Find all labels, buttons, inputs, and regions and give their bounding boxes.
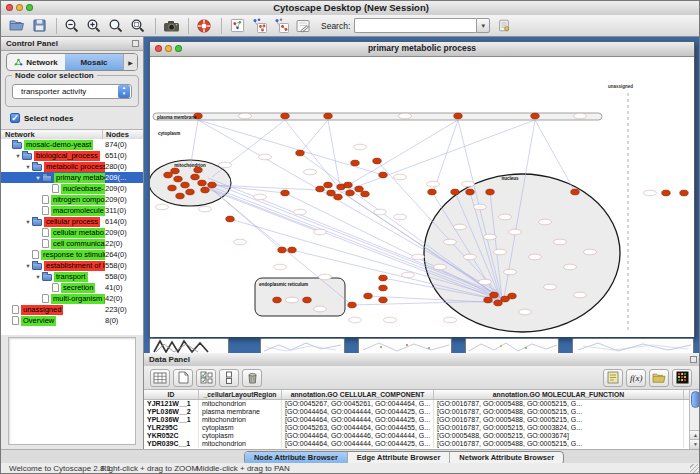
graph-node[interactable] <box>379 275 388 281</box>
graph-label-node[interactable] <box>394 214 407 220</box>
column-header[interactable]: ID <box>144 390 199 399</box>
create-attribute-button[interactable] <box>173 369 193 387</box>
graph-label-node[interactable] <box>319 274 332 280</box>
graph-node[interactable] <box>296 150 305 156</box>
tree-item[interactable]: ▼transport558(0) <box>1 271 143 282</box>
graph-label-node[interactable] <box>554 239 567 245</box>
graph-node[interactable] <box>364 293 373 299</box>
graph-node[interactable] <box>186 189 195 195</box>
graph-label-node[interactable] <box>484 234 497 240</box>
graph-node[interactable] <box>428 189 437 195</box>
export-image-button[interactable] <box>161 17 181 35</box>
background-window-strip[interactable] <box>149 338 229 353</box>
tree-item[interactable]: nucleobase-209(0) <box>1 183 143 194</box>
tree-item[interactable]: ▼biological_process651(0) <box>1 150 143 161</box>
network-overview-button[interactable] <box>227 17 247 35</box>
unselect-all-attributes-button[interactable] <box>219 369 239 387</box>
zoom-selected-button[interactable] <box>128 17 148 35</box>
graph-label-node[interactable] <box>564 264 577 270</box>
graph-node[interactable] <box>164 172 173 178</box>
graph-label-node[interactable] <box>314 229 327 235</box>
graph-label-node[interactable] <box>402 272 415 278</box>
graph-label-node[interactable] <box>412 254 425 260</box>
graph-node[interactable] <box>379 172 388 178</box>
tree-item[interactable]: secretion41(0) <box>1 282 143 293</box>
graph-node[interactable] <box>226 216 235 222</box>
graph-label-node[interactable] <box>314 306 327 312</box>
table-row[interactable]: YPL036W__1mitochondrion[GO:0044464, GO:0… <box>144 416 689 424</box>
node-color-dropdown[interactable]: transporter activity ▲▼ <box>12 84 132 99</box>
tree-item[interactable]: ▼cellular process614(0) <box>1 216 143 227</box>
graph-node[interactable] <box>379 285 388 291</box>
save-session-button[interactable] <box>29 17 49 35</box>
graph-node[interactable] <box>348 302 357 308</box>
graph-node[interactable] <box>324 182 333 188</box>
birds-eye-view[interactable] <box>8 337 136 445</box>
graph-label-node[interactable] <box>494 249 507 255</box>
graph-node[interactable] <box>351 160 360 166</box>
table-row[interactable]: YKR052Ccytoplasm[GO:0044464, GO:0044446,… <box>144 432 689 440</box>
delete-attributes-button[interactable] <box>242 369 262 387</box>
graph-label-node[interactable] <box>234 239 247 245</box>
tree-expand-arrow[interactable]: ▼ <box>24 219 32 225</box>
graph-label-node[interactable] <box>479 279 492 285</box>
select-nodes-checkbox[interactable]: ✓ <box>10 113 20 123</box>
graph-label-node[interactable] <box>454 224 467 230</box>
search-dropdown-button[interactable]: ▼ <box>476 18 490 33</box>
graph-node[interactable] <box>174 176 183 182</box>
graph-label-node[interactable] <box>254 194 267 200</box>
graph-label-node[interactable] <box>584 249 597 255</box>
tree-item[interactable]: cellular metabo209(0) <box>1 227 143 238</box>
graph-node[interactable] <box>344 182 353 188</box>
select-all-attributes-button[interactable] <box>196 369 216 387</box>
graph-node[interactable] <box>355 186 364 192</box>
tree-item[interactable]: ▼metabolic process280(0) <box>1 161 143 172</box>
table-row[interactable]: YLR295Ccytoplasm[GO:0045263, GO:0044464,… <box>144 424 689 432</box>
tree-item[interactable]: nitrogen compo209(0) <box>1 194 143 205</box>
graph-label-node[interactable] <box>349 317 362 323</box>
graph-label-node[interactable] <box>259 154 272 160</box>
tree-expand-arrow[interactable]: ▼ <box>34 175 42 181</box>
import-attributes-button[interactable] <box>649 369 669 387</box>
graph-label-node[interactable] <box>294 209 307 215</box>
select-attributes-button[interactable] <box>150 369 170 387</box>
graph-node[interactable] <box>484 297 493 303</box>
graph-node[interactable] <box>531 113 540 119</box>
graph-node[interactable] <box>176 193 185 199</box>
resize-grip[interactable] <box>690 464 700 474</box>
graph-node[interactable] <box>316 186 325 192</box>
open-session-button[interactable] <box>7 17 27 35</box>
graph-label-node[interactable] <box>286 297 299 303</box>
table-row[interactable]: YJR121W__1mitochondrion[GO:0045267, GO:0… <box>144 400 689 408</box>
tree-item[interactable]: response to stimulu264(0) <box>1 249 143 260</box>
graph-label-node[interactable] <box>644 190 657 196</box>
tree-item[interactable]: Overview8(0) <box>1 315 143 326</box>
graph-node[interactable] <box>191 174 200 180</box>
float-panel-icon[interactable] <box>690 356 697 363</box>
column-header[interactable]: _cellularLayoutRegion <box>199 390 282 399</box>
graph-node[interactable] <box>201 187 210 193</box>
network-canvas[interactable]: plasma membrane cytoplasm mitochondrion … <box>150 57 694 337</box>
graph-label-node[interactable] <box>239 113 252 119</box>
graph-node[interactable] <box>198 180 207 186</box>
graph-node[interactable] <box>373 158 382 164</box>
tab-network[interactable]: Network <box>7 54 65 70</box>
graph-label-node[interactable] <box>574 113 587 119</box>
window-titlebar[interactable]: Cytoscape Desktop (New Session) <box>1 1 700 16</box>
graph-node[interactable] <box>494 300 503 306</box>
formula-builder-button[interactable]: f(x) <box>626 369 646 387</box>
help-button[interactable] <box>194 17 214 35</box>
tabs-overflow-button[interactable]: ▶ <box>123 54 137 70</box>
graph-node[interactable] <box>571 189 580 195</box>
tree-item[interactable]: multi-organism pro42(0) <box>1 293 143 304</box>
background-window-strip[interactable] <box>358 338 452 353</box>
graph-label-node[interactable] <box>574 292 587 298</box>
tree-expand-arrow[interactable]: ▼ <box>34 274 42 280</box>
graph-label-node[interactable] <box>444 239 457 245</box>
graph-label-node[interactable] <box>434 264 447 270</box>
table-scrollbar[interactable]: ▲ ▼ <box>689 390 700 449</box>
search-options-button[interactable] <box>494 17 514 35</box>
graph-node[interactable] <box>281 113 290 119</box>
background-window-strip[interactable] <box>572 338 694 353</box>
graph-node[interactable] <box>490 292 499 298</box>
